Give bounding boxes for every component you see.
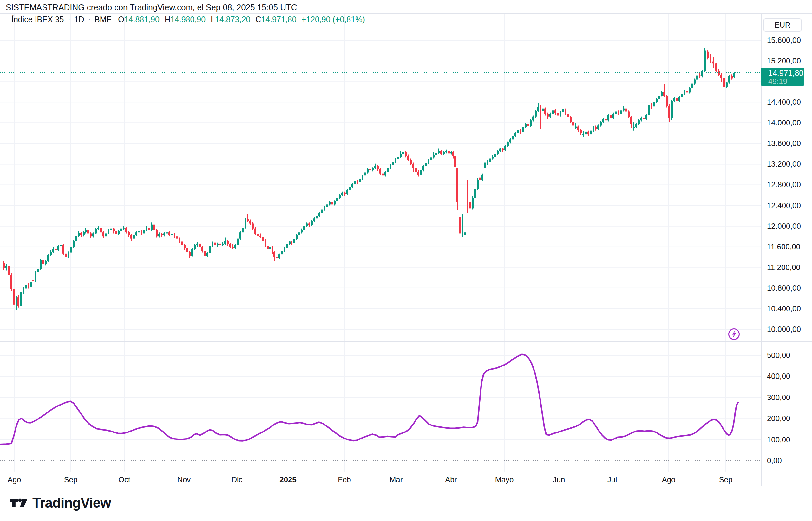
time-tick-label: Ago xyxy=(8,475,21,484)
indicator-tick-label: 0,00 xyxy=(767,456,782,465)
indicator-tick-label: 400,00 xyxy=(767,372,790,381)
legend-symbol-name: Índice IBEX 35 xyxy=(11,15,64,24)
legend-open: O14.881,90 xyxy=(118,15,160,24)
price-tick-label: 12.800,00 xyxy=(767,180,801,189)
time-tick-label: Dic xyxy=(232,475,242,484)
time-tick-label: Mayo xyxy=(495,475,514,484)
price-tick-label: 10.000,00 xyxy=(767,325,801,334)
time-tick-label: Ago xyxy=(662,475,676,484)
legend-separator: · xyxy=(88,15,91,24)
indicator-tick-label: 200,00 xyxy=(767,414,790,423)
tradingview-logo[interactable]: TradingView xyxy=(9,495,111,511)
tradingview-logo-text: TradingView xyxy=(32,495,111,511)
time-tick-label: Mar xyxy=(390,475,402,484)
quick-action-button[interactable] xyxy=(728,329,740,340)
price-tick-label: 14.000,00 xyxy=(767,118,801,127)
price-tick-label: 13.600,00 xyxy=(767,139,801,148)
indicator-tick-label: 300,00 xyxy=(767,393,790,402)
legend-high: H14.980,90 xyxy=(165,15,206,24)
time-tick-label: Nov xyxy=(177,475,191,484)
indicator-tick-label: 100,00 xyxy=(767,435,790,444)
candlestick-series xyxy=(3,48,735,313)
price-tick-label: 15.200,00 xyxy=(767,56,801,65)
last-price-value: 14.971,80 xyxy=(768,68,804,78)
price-tick-label: 12.400,00 xyxy=(767,201,801,210)
chart-watermark: SISTEMASTRADING creado con TradingView.c… xyxy=(6,3,297,13)
price-tick-label: 11.600,00 xyxy=(767,243,800,251)
time-tick-label: Feb xyxy=(338,475,351,484)
time-tick-label: Sep xyxy=(719,475,733,484)
price-tick-label: 12.000,00 xyxy=(767,222,801,231)
legend-interval: 1D xyxy=(74,15,84,24)
price-tick-label: 14.400,00 xyxy=(767,98,801,107)
currency-button[interactable]: EUR xyxy=(763,18,802,32)
indicator-line-series xyxy=(0,355,738,445)
legend-exchange: BME xyxy=(94,15,112,24)
symbol-legend[interactable]: Índice IBEX 35 · 1D · BME O14.881,90 H14… xyxy=(11,15,365,24)
price-tick-label: 15.600,00 xyxy=(767,36,801,45)
time-tick-label: Sep xyxy=(64,475,78,484)
legend-close: C14.971,80 xyxy=(255,15,296,24)
last-price-label[interactable]: 14.971,80 49:19 xyxy=(761,68,804,86)
price-tick-label: 10.800,00 xyxy=(767,284,801,293)
time-tick-label: Jun xyxy=(553,475,565,484)
time-tick-label: 2025 xyxy=(279,475,296,484)
price-tick-label: 13.200,00 xyxy=(767,160,801,168)
time-tick-label: Jul xyxy=(607,475,617,484)
time-tick-label: Abr xyxy=(445,475,457,484)
bar-countdown: 49:19 xyxy=(768,78,804,85)
legend-separator: · xyxy=(68,15,70,24)
tradingview-chart-screenshot: SISTEMASTRADING creado con TradingView.c… xyxy=(0,0,812,521)
price-tick-label: 10.400,00 xyxy=(767,304,801,313)
legend-change: +120,90 (+0,81%) xyxy=(302,15,365,24)
tradingview-logo-mark-icon xyxy=(9,496,28,510)
lightning-icon xyxy=(731,330,737,338)
time-tick-label: Oct xyxy=(118,475,130,484)
legend-low: L14.873,20 xyxy=(211,15,250,24)
chart-canvas[interactable] xyxy=(0,0,812,521)
price-tick-label: 11.200,00 xyxy=(767,263,800,272)
indicator-tick-label: 500,00 xyxy=(767,351,790,360)
